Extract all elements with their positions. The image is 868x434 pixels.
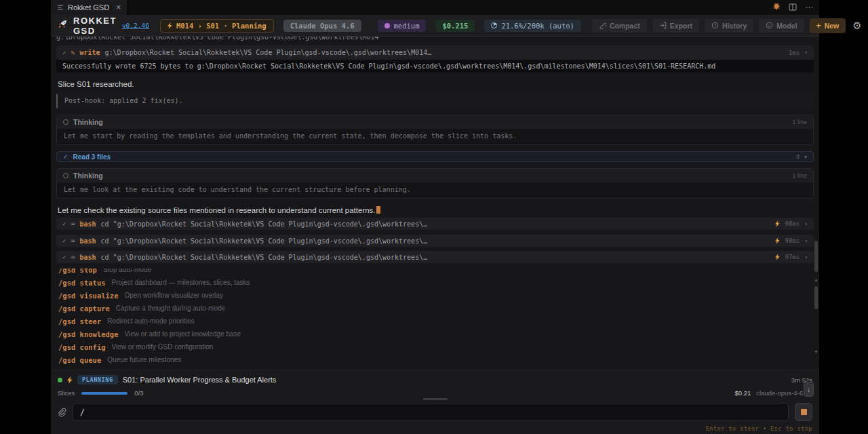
palette-item-queue[interactable]: /gsd queue Queue future milestones — [56, 353, 814, 366]
palette-item-status[interactable]: /gsd status Project dashboard — mileston… — [56, 276, 814, 289]
tool-path: g:\Dropbox\Rocket Social\Rokketek\VS Cod… — [105, 49, 784, 56]
check-icon: ✓ — [62, 50, 66, 56]
new-session-button[interactable]: + New — [810, 18, 846, 33]
close-icon[interactable]: × — [116, 3, 121, 12]
tool-duration: 97ms — [785, 254, 800, 260]
thinking-icon — [63, 173, 68, 178]
thinking-text: Let me look at the existing code to unde… — [57, 182, 813, 198]
gear-icon[interactable]: ⚙ — [852, 20, 861, 32]
chevron-down-icon: ▾ — [804, 221, 808, 227]
app-title: ROKKET GSD — [73, 16, 117, 36]
session-model: claude-opus-4-6 — [756, 389, 803, 397]
phase-badge: PLANNING — [77, 375, 118, 384]
check-icon: ✓ — [62, 254, 66, 260]
chevron-down-icon: ▾ — [804, 254, 808, 260]
tab-rokket-gsd[interactable]: Rokket GSD × — [51, 0, 127, 15]
editor-tab-bar: Rokket GSD × ⋯ — [51, 0, 819, 15]
scroll-to-bottom-button[interactable]: ↓ — [804, 382, 814, 397]
tool-duration: 1ms — [789, 50, 800, 56]
thinking-header[interactable]: Thinking 1 line — [57, 169, 813, 182]
plus-icon: + — [816, 21, 821, 31]
chevron-down-icon: ▾ — [804, 238, 808, 244]
rokket-gsd-panel: Rokket GSD × ⋯ ROKKET GSD v0.2.46 — [51, 0, 819, 434]
chevron-down-icon: ▾ — [804, 50, 808, 56]
palette-item-knowledge[interactable]: /gsd knowledge View or add to project kn… — [56, 328, 814, 340]
cost-badge: $0.215 — [435, 20, 475, 32]
pencil-icon: ✎ — [71, 49, 75, 56]
session-cost: $0.21 — [735, 389, 751, 397]
posthook-note: Post-hook: applied 2 fix(es). — [56, 94, 814, 108]
tool-name: bash — [79, 237, 96, 245]
log-scrollbar-thumb[interactable] — [814, 241, 818, 272]
split-editor-icon[interactable] — [789, 1, 797, 14]
palette-scrollbar-thumb[interactable] — [814, 286, 818, 309]
active-dot-icon — [58, 378, 62, 382]
more-actions-icon[interactable]: ⋯ — [805, 3, 814, 12]
stream-cursor — [376, 206, 380, 214]
session-log: g:\Dropbox\Rocket Social\Rokketek\VS Cod… — [51, 37, 819, 370]
tool-duration: 98ms — [785, 220, 800, 227]
milestone-badge[interactable]: M014 › S01 · Planning — [160, 19, 274, 33]
check-icon: ✓ — [62, 220, 66, 227]
model-badge[interactable]: Claude Opus 4.6 — [283, 20, 361, 32]
assistant-message: Let me check the existing source files m… — [56, 206, 814, 214]
export-button[interactable]: Export — [652, 19, 699, 33]
rocket-logo-icon — [58, 19, 68, 32]
bash-tool-row[interactable]: ✓ ⌨ bash cd "g:\Dropbox\Rocket Social\Ro… — [56, 218, 814, 230]
thinking-line-count: 1 line — [792, 119, 807, 125]
link-icon — [599, 22, 606, 29]
slices-progress-bar — [81, 392, 127, 395]
command-palette: /gsd stop Stop auto-mode /gsd status Pro… — [56, 269, 814, 366]
thinking-header[interactable]: Thinking 1 line — [57, 115, 813, 129]
gsd-tab-icon — [57, 4, 64, 11]
model-face-icon — [766, 22, 773, 29]
scroll-down-icon[interactable]: ▼ — [814, 349, 818, 354]
palette-item-capture[interactable]: /gsd capture Capture a thought during au… — [56, 302, 814, 315]
scroll-up-icon[interactable]: ▲ — [814, 277, 818, 282]
check-icon: ✓ — [62, 237, 66, 244]
assistant-message: Slice S01 researched. — [56, 80, 814, 88]
resize-handle[interactable] — [423, 398, 448, 400]
gsd-activity-icon[interactable] — [772, 1, 781, 14]
effort-badge[interactable]: medium — [378, 20, 427, 32]
read-files-row[interactable]: ✓ Read 3 files 3 ▾ — [56, 151, 814, 162]
thinking-block: Thinking 1 line Let me start by reading … — [56, 115, 814, 145]
context-pie-icon — [491, 22, 497, 28]
context-badge: 21.6%/200k (auto) — [484, 20, 580, 32]
clipped-log-line: g:\Dropbox\Rocket Social\Rokketek\VS Cod… — [56, 37, 814, 42]
status-bar: PLANNING S01: Parallel Worker Progress &… — [51, 370, 819, 397]
palette-item-stop[interactable]: /gsd stop Stop auto-mode — [56, 269, 814, 276]
palette-item-config[interactable]: /gsd config View or modify GSD configura… — [56, 340, 814, 353]
keyboard-hint: Enter to steer • Esc to stop — [706, 425, 812, 432]
tool-name: write — [79, 49, 100, 56]
stop-button[interactable] — [795, 403, 812, 421]
thinking-line-count: 1 line — [792, 172, 807, 179]
bash-tool-row[interactable]: ✓ ⌨ bash cd "g:\Dropbox\Rocket Social\Ro… — [56, 251, 814, 263]
check-icon: ✓ — [63, 153, 68, 160]
version-link[interactable]: v0.2.46 — [122, 22, 149, 29]
chevron-down-icon: ▾ — [804, 154, 807, 160]
palette-item-steer[interactable]: /gsd steer Redirect auto-mode priorities — [56, 315, 814, 328]
message-input[interactable] — [73, 403, 789, 421]
compact-button[interactable]: Compact — [592, 19, 647, 33]
palette-item-visualize[interactable]: /gsd visualize Open workflow visualizer … — [56, 289, 814, 302]
tab-title: Rokket GSD — [68, 3, 109, 12]
thinking-icon — [63, 119, 68, 125]
paperclip-icon[interactable] — [58, 408, 66, 417]
slices-count: 0/3 — [134, 389, 734, 397]
composer: Enter to steer • Esc to stop — [51, 397, 819, 434]
stop-square-icon — [801, 409, 807, 415]
effort-dot-icon — [384, 23, 390, 28]
bash-tool-row[interactable]: ✓ ⌨ bash cd "g:\Dropbox\Rocket Social\Ro… — [56, 235, 814, 247]
history-button[interactable]: History — [705, 19, 753, 33]
write-output: Successfully wrote 6725 bytes to g:\Drop… — [56, 60, 814, 73]
thinking-text: Let me start by reading the templates an… — [57, 129, 813, 144]
clock-icon — [711, 22, 719, 29]
model-button[interactable]: Model — [759, 19, 804, 33]
slice-title: S01: Parallel Worker Progress & Budget A… — [123, 376, 787, 384]
write-tool-row[interactable]: ✓ ✎ write g:\Dropbox\Rocket Social\Rokke… — [56, 45, 814, 60]
terminal-icon: ⌨ — [71, 237, 75, 245]
tool-command: cd "g:\Dropbox\Rocket Social\Rokketek\VS… — [101, 254, 771, 261]
lightning-icon — [775, 220, 780, 227]
tool-duration: 98ms — [785, 237, 800, 244]
